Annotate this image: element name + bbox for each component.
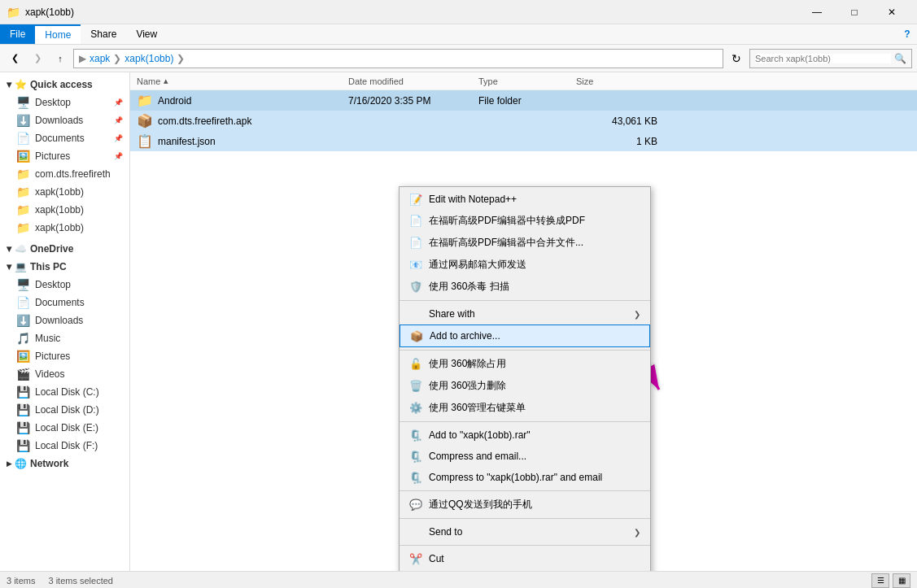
minimize-button[interactable]: — xyxy=(798,0,836,24)
quick-access-label: Quick access xyxy=(30,79,93,90)
sidebar-item-xapk3[interactable]: 📁 xapk(1obb) xyxy=(0,219,129,237)
table-row[interactable]: 📁 Android 7/16/2020 3:35 PM File folder xyxy=(130,90,917,111)
breadcrumb-end-arrow: ❯ xyxy=(177,53,185,64)
tab-home[interactable]: Home xyxy=(35,24,81,44)
sidebar-item-downloads[interactable]: ⬇️ Downloads 📌 xyxy=(0,111,129,129)
search-input[interactable] xyxy=(755,54,891,63)
local-e-icon: 💾 xyxy=(16,421,30,434)
sidebar-item-desktop[interactable]: 🖥️ Desktop 📌 xyxy=(0,94,129,111)
pin-icon-documents: 📌 xyxy=(114,134,123,142)
thispc-downloads-icon: ⬇️ xyxy=(16,314,30,327)
sidebar-section-thispc[interactable]: ▾ 💻 This PC xyxy=(0,258,129,276)
ctx-label-360-manage: 使用 360管理右键菜单 xyxy=(429,401,526,415)
ctx-label-send-to: Send to xyxy=(429,526,462,538)
sidebar-item-com-dts[interactable]: 📁 com.dts.freefireth xyxy=(0,165,129,183)
file-date-android: 7/16/2020 3:35 PM xyxy=(348,95,478,107)
chevron-down-icon-onedrive: ▾ xyxy=(7,243,11,255)
ribbon-tab-bar: File Home Share View ? xyxy=(0,24,917,44)
ctx-item-share-with[interactable]: Share with ❯ xyxy=(400,303,650,324)
search-box: 🔍 xyxy=(749,49,912,68)
sidebar-item-pictures[interactable]: 🖼️ Pictures 📌 xyxy=(0,147,129,165)
sidebar-item-thispc-downloads[interactable]: ⬇️ Downloads xyxy=(0,311,129,329)
file-size-manifest: 1 KB xyxy=(576,136,657,147)
sidebar-section-onedrive[interactable]: ▾ ☁️ OneDrive xyxy=(0,240,129,258)
ctx-item-360-manage[interactable]: ⚙️ 使用 360管理右键菜单 xyxy=(400,397,650,419)
folder-icon-xapk1: 📁 xyxy=(16,185,30,198)
col-header-type[interactable]: Type xyxy=(478,76,576,86)
sidebar-item-thispc-pictures[interactable]: 🖼️ Pictures xyxy=(0,347,129,365)
ctx-item-cut[interactable]: ✂️ Cut xyxy=(400,548,650,569)
sidebar-item-thispc-videos[interactable]: 🎬 Videos xyxy=(0,365,129,383)
ctx-item-convert-pdf[interactable]: 📄 在福昕高级PDF编辑器中转换成PDF xyxy=(400,210,650,232)
file-type-android: File folder xyxy=(478,95,576,107)
ctx-item-add-archive[interactable]: 📦 Add to archive... xyxy=(400,324,650,347)
qq-icon: 💬 xyxy=(409,499,422,512)
ctx-item-compress-rar-email[interactable]: 🗜️ Compress to "xapk(1obb).rar" and emai… xyxy=(400,467,650,488)
col-header-size[interactable]: Size xyxy=(576,76,657,86)
refresh-button[interactable]: ↻ xyxy=(727,49,746,68)
json-file-icon: 📋 xyxy=(137,133,153,149)
col-header-name[interactable]: Name ▴ xyxy=(137,76,348,86)
network-icon: 🌐 xyxy=(15,458,27,469)
tab-view[interactable]: View xyxy=(126,24,167,44)
maximize-button[interactable]: □ xyxy=(836,0,873,24)
file-size-apk: 43,061 KB xyxy=(576,115,657,127)
sidebar-section-network[interactable]: ▸ 🌐 Network xyxy=(0,455,129,473)
col-size-label: Size xyxy=(576,76,593,86)
360-scan-icon: 🛡️ xyxy=(409,281,422,294)
tab-share[interactable]: Share xyxy=(81,24,126,44)
sidebar-item-local-c[interactable]: 💾 Local Disk (C:) xyxy=(0,383,129,401)
col-header-date[interactable]: Date modified xyxy=(348,76,478,86)
file-name-label-android: Android xyxy=(158,95,191,107)
ctx-item-360-unlock[interactable]: 🔓 使用 360解除占用 xyxy=(400,353,650,375)
ctx-item-send-to[interactable]: Send to ❯ xyxy=(400,521,650,542)
ctx-label-netease: 通过网易邮箱大师发送 xyxy=(429,258,526,272)
share-with-left: Share with xyxy=(409,307,475,320)
list-view-button[interactable]: ☰ xyxy=(871,573,889,588)
table-row[interactable]: 📦 com.dts.freefireth.apk 43,061 KB xyxy=(130,111,917,131)
table-row[interactable]: 📋 manifest.json 1 KB xyxy=(130,131,917,151)
ctx-item-add-rar[interactable]: 🗜️ Add to "xapk(1obb).rar" xyxy=(400,425,650,446)
folder-icon-android: 📁 xyxy=(137,93,153,108)
sidebar-item-local-e[interactable]: 💾 Local Disk (E:) xyxy=(0,419,129,437)
close-button[interactable]: ✕ xyxy=(873,0,910,24)
ctx-label-compress-rar-email: Compress to "xapk(1obb).rar" and email xyxy=(429,472,602,483)
tab-file[interactable]: File xyxy=(0,24,35,44)
address-input-box[interactable]: ▶ xapk ❯ xapk(1obb) ❯ xyxy=(73,49,723,68)
local-d-icon: 💾 xyxy=(16,403,30,416)
ctx-item-edit-notepad[interactable]: 📝 Edit with Notepad++ xyxy=(400,189,650,210)
up-button[interactable]: ↑ xyxy=(50,49,70,68)
ctx-item-360-delete[interactable]: 🗑️ 使用 360强力删除 xyxy=(400,375,650,397)
breadcrumb-current[interactable]: xapk(1obb) xyxy=(124,53,173,64)
details-view-button[interactable]: ▦ xyxy=(893,573,910,588)
breadcrumb-xapk[interactable]: xapk xyxy=(90,53,110,64)
sidebar-label-desktop: Desktop xyxy=(35,97,71,108)
back-button[interactable]: ❮ xyxy=(5,49,24,68)
ctx-separator-1 xyxy=(400,300,650,301)
sidebar-item-xapk2[interactable]: 📁 xapk(1obb) xyxy=(0,201,129,219)
forward-button[interactable]: ❯ xyxy=(28,49,47,68)
column-headers: Name ▴ Date modified Type Size xyxy=(130,72,917,90)
ctx-item-360-scan[interactable]: 🛡️ 使用 360杀毒 扫描 xyxy=(400,276,650,298)
360-delete-icon: 🗑️ xyxy=(409,380,422,393)
help-button[interactable]: ? xyxy=(897,24,917,44)
ctx-item-merge-pdf[interactable]: 📄 在福昕高级PDF编辑器中合并文件... xyxy=(400,232,650,254)
sidebar-item-xapk1[interactable]: 📁 xapk(1obb) xyxy=(0,183,129,201)
ctx-item-netease[interactable]: 📧 通过网易邮箱大师发送 xyxy=(400,254,650,276)
sidebar-item-local-f[interactable]: 💾 Local Disk (F:) xyxy=(0,437,129,455)
file-list: 📁 Android 7/16/2020 3:35 PM File folder … xyxy=(130,90,917,151)
sidebar-item-thispc-music[interactable]: 🎵 Music xyxy=(0,329,129,347)
ctx-label-add-archive: Add to archive... xyxy=(430,330,500,342)
sidebar-item-local-d[interactable]: 💾 Local Disk (D:) xyxy=(0,401,129,419)
sidebar-label-xapk2: xapk(1obb) xyxy=(35,204,84,216)
ctx-item-qq-send[interactable]: 💬 通过QQ发送到我的手机 xyxy=(400,494,650,516)
sidebar-item-thispc-desktop[interactable]: 🖥️ Desktop xyxy=(0,276,129,294)
send-to-icon xyxy=(409,525,422,538)
ribbon: File Home Share View ? xyxy=(0,24,917,45)
sidebar-section-quick-access[interactable]: ▾ ⭐ Quick access xyxy=(0,76,129,94)
sidebar-item-thispc-docs[interactable]: 📄 Documents xyxy=(0,294,129,311)
ctx-item-copy[interactable]: 📋 Copy xyxy=(400,569,650,571)
breadcrumb-separator-icon: ▶ xyxy=(79,53,86,64)
ctx-item-compress-email[interactable]: 🗜️ Compress and email... xyxy=(400,446,650,467)
sidebar-item-documents[interactable]: 📄 Documents 📌 xyxy=(0,129,129,147)
